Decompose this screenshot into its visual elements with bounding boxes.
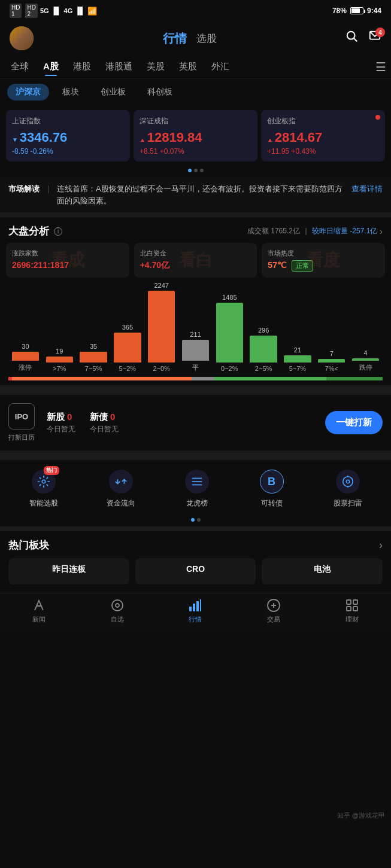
svg-point-8 — [346, 480, 350, 483]
stat-value-0: 2696:211:1817 — [12, 260, 123, 270]
tab-global[interactable]: 全球 — [5, 57, 35, 76]
avatar[interactable] — [10, 26, 34, 50]
bar-group-8: 215~7% — [281, 346, 315, 372]
new-bond-sub: 今日暂无 — [90, 424, 119, 434]
sector-card-2[interactable]: 电池 — [262, 558, 383, 584]
stat-label-0: 涨跌家数 — [12, 249, 123, 258]
svg-line-1 — [354, 38, 357, 41]
nav-market-label: 行情 — [189, 615, 202, 624]
bar-7 — [250, 336, 277, 363]
nav-tabs-top: 全球 A股 港股 港股通 美股 英股 外汇 ☰ — [0, 55, 391, 79]
sector-cards: 昨日连板 CRO 电池 — [0, 558, 391, 593]
stat-card-rises[interactable]: 涨跌家数 2696:211:1817 看成 — [6, 243, 129, 278]
trade-icon — [266, 598, 281, 613]
ipo-button[interactable]: 一键打新 — [325, 411, 383, 434]
fund-flow-icon — [109, 470, 133, 494]
bar-9 — [318, 359, 345, 363]
stat-card-north-funds[interactable]: 北白资金 +4.70亿 看白 — [134, 243, 257, 278]
news-divider: ｜ — [44, 183, 52, 195]
header: 行情 选股 4 — [0, 22, 391, 55]
bar-group-5: 211平 — [178, 331, 213, 372]
stock-scan-icon — [336, 470, 360, 494]
bar-label-1: >7% — [53, 365, 66, 372]
ipo-logo-subtext: 打新日历 — [8, 433, 35, 442]
feature-dragon-tiger[interactable]: 龙虎榜 — [184, 468, 210, 508]
sub-tab-sector[interactable]: 板块 — [54, 84, 87, 100]
bar-group-10: 4跌停 — [348, 349, 383, 372]
bar-group-3: 3655~2% — [110, 324, 144, 372]
index-card-change-2: +11.95 +0.43% — [267, 147, 379, 156]
signal-4g: 4G — [64, 7, 73, 14]
sub-tab-shenhu[interactable]: 沪深京 — [7, 84, 49, 100]
hot-sector-header: 热门板块 › — [0, 531, 391, 558]
tab-hk-connect[interactable]: 港股通 — [99, 57, 138, 76]
bar-0 — [12, 352, 39, 361]
notification-button[interactable]: 4 — [368, 30, 381, 47]
signal-bars-2: ▐▌ — [75, 7, 85, 15]
tab-hk[interactable]: 港股 — [67, 57, 97, 76]
hot-sector-chevron[interactable]: › — [379, 539, 383, 552]
market-news: 市场解读 ｜ 连线首席：A股恢复的过程不会一马平川，还会有波折。投资者接下来需要… — [0, 177, 391, 212]
feature-label-2: 龙虎榜 — [186, 498, 208, 508]
tab-a-shares[interactable]: A股 — [37, 57, 65, 76]
feature-smart-select[interactable]: 热门 智能选股 — [29, 468, 58, 508]
hot-badge-0: 热门 — [44, 466, 59, 475]
bar-value-10: 4 — [363, 349, 367, 357]
news-label: 市场解读 — [8, 183, 40, 195]
status-left: HD1 HD2 5G ▐▌ 4G ▐▌ 📶 — [10, 4, 97, 18]
sub-tab-gem[interactable]: 创业板 — [92, 84, 134, 100]
new-stock-count: 0 — [67, 412, 72, 422]
svg-rect-21 — [353, 607, 357, 611]
sub-tab-star[interactable]: 科创板 — [139, 84, 181, 100]
svg-rect-13 — [189, 607, 192, 611]
feature-stock-scan[interactable]: 股票扫雷 — [334, 468, 362, 508]
new-stock-sub: 今日暂无 — [47, 424, 75, 434]
sector-title-0: 昨日连板 — [13, 564, 125, 575]
stat-card-heat[interactable]: 市场热度 57℃ 正常 看度 — [262, 243, 385, 278]
bar-6 — [216, 303, 243, 363]
wifi-icon: 📶 — [87, 7, 97, 16]
bar-1 — [46, 357, 73, 363]
tab-uk[interactable]: 英股 — [173, 57, 203, 76]
sector-card-1[interactable]: CRO — [135, 558, 256, 584]
index-card-gem[interactable]: 创业板指 2814.67 +11.95 +0.43% — [261, 110, 385, 162]
search-button[interactable] — [345, 30, 359, 47]
sub-title[interactable]: 选股 — [196, 32, 217, 45]
ipo-new-stock[interactable]: 新股 0 今日暂无 — [47, 412, 75, 434]
bar-label-6: 0~2% — [221, 365, 238, 372]
more-tabs-button[interactable]: ☰ — [375, 57, 386, 76]
svg-rect-20 — [347, 607, 351, 611]
index-card-shenzhen[interactable]: 深证成指 12819.84 +8.51 +0.07% — [134, 110, 257, 162]
feature-fund-flow[interactable]: 资金流向 — [107, 468, 135, 508]
nav-finance[interactable]: 理财 — [313, 598, 391, 624]
index-card-value-2: 2814.67 — [267, 130, 379, 145]
news-link[interactable]: 查看详情 — [351, 183, 383, 195]
bar-group-2: 357~5% — [77, 343, 111, 372]
tab-forex[interactable]: 外汇 — [205, 57, 235, 76]
tab-us[interactable]: 美股 — [141, 57, 171, 76]
ipo-new-bond[interactable]: 新债 0 今日暂无 — [90, 412, 119, 434]
bar-group-6: 14850~2% — [213, 294, 247, 372]
bar-3 — [114, 333, 141, 363]
bar-4 — [148, 291, 175, 363]
chevron-right-icon: › — [380, 227, 383, 236]
nav-watchlist[interactable]: 自选 — [78, 598, 157, 624]
index-card-change-1: +8.51 +0.07% — [140, 147, 251, 156]
feature-convertible-bond[interactable]: B 可转债 — [259, 468, 285, 508]
bar-group-0: 30涨停 — [8, 343, 43, 372]
market-analysis-header: 大盘分析 i 成交额 1765.2亿 ｜ 较昨日缩量 -257.1亿 › — [0, 217, 391, 243]
bar-value-0: 30 — [22, 343, 29, 350]
nav-trade[interactable]: 交易 — [235, 598, 313, 624]
dot-0 — [188, 169, 192, 172]
info-icon[interactable]: i — [54, 227, 62, 236]
index-card-shanghai[interactable]: 上证指数 3346.76 -8.59 -0.26% — [6, 110, 130, 162]
feature-label-4: 股票扫雷 — [334, 498, 362, 508]
nav-market[interactable]: 行情 — [156, 598, 235, 624]
sector-card-0[interactable]: 昨日连板 — [8, 558, 129, 584]
bar-label-7: 2~5% — [255, 365, 272, 372]
main-title[interactable]: 行情 — [163, 31, 187, 47]
new-bond-header: 新债 — [90, 412, 108, 423]
market-analysis-meta[interactable]: 成交额 1765.2亿 ｜ 较昨日缩量 -257.1亿 › — [247, 226, 383, 236]
bar-label-2: 7~5% — [85, 365, 102, 372]
nav-news[interactable]: 新闻 — [0, 598, 78, 624]
